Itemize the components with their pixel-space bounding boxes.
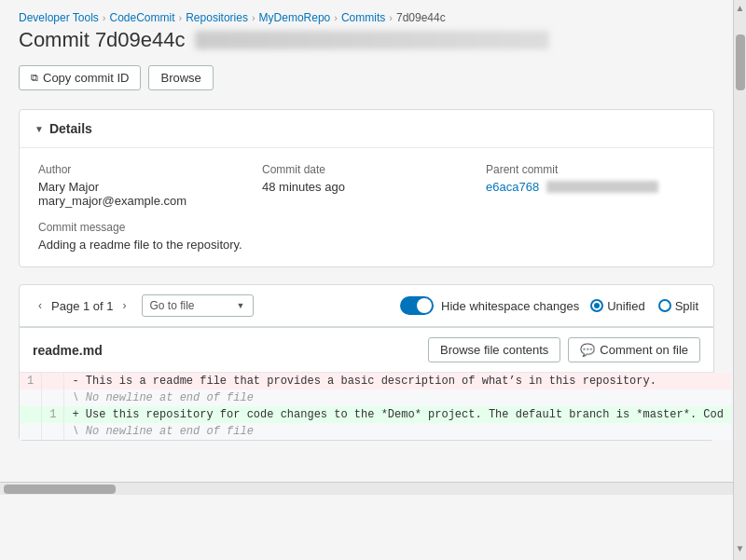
unified-radio[interactable]: Unified [590, 299, 644, 313]
diff-line-num-old [20, 389, 42, 406]
comment-icon: 💬 [580, 343, 595, 357]
details-panel-body: Author Mary Major mary_major@example.com… [20, 148, 713, 266]
browse-label: Browse [160, 71, 200, 85]
commit-message-value: Adding a readme file to the repository. [38, 238, 695, 252]
diff-line-num-new [42, 423, 64, 440]
commit-date-value: 48 minutes ago [262, 180, 471, 194]
breadcrumb-repositories[interactable]: Repositories [186, 11, 248, 24]
author-column: Author Mary Major mary_major@example.com [38, 163, 247, 208]
diff-line: \ No newline at end of file [20, 423, 731, 440]
diff-line: 1- This is a readme file that provides a… [20, 373, 731, 389]
author-name: Mary Major [38, 180, 247, 194]
browse-button[interactable]: Browse [148, 65, 213, 90]
commit-date-column: Commit date 48 minutes ago [262, 163, 471, 208]
file-diff-panel: readme.md Browse file contents 💬 Comment… [19, 327, 714, 441]
toggle-knob [417, 298, 432, 313]
commit-date-label: Commit date [262, 163, 471, 176]
diff-line-num-new: 1 [42, 406, 64, 423]
horizontal-scrollbar[interactable] [0, 482, 746, 495]
parent-commit-redacted [546, 181, 658, 193]
scroll-up-arrow[interactable]: ▲ [734, 0, 746, 16]
copy-commit-label: Copy commit ID [43, 71, 129, 85]
diff-controls: ‹ Page 1 of 1 › Go to file ▼ Hide white [19, 284, 714, 327]
details-panel-header[interactable]: ▼ Details [20, 110, 713, 148]
hide-whitespace-toggle[interactable] [400, 296, 434, 315]
parent-commit-label: Parent commit [486, 163, 695, 176]
scroll-thumb[interactable] [736, 34, 745, 90]
parent-commit-link[interactable]: e6aca768 [486, 180, 539, 194]
breadcrumb-mydemorepo[interactable]: MyDemoRepo [259, 11, 331, 24]
diff-line-content: - This is a readme file that provides a … [64, 373, 731, 389]
diff-line-num-old: 1 [20, 373, 42, 389]
diff-line: \ No newline at end of file [20, 389, 731, 406]
triangle-icon: ▼ [35, 124, 44, 134]
scroll-down-arrow[interactable]: ▼ [734, 540, 746, 556]
page-title-redacted [195, 31, 549, 49]
action-buttons: ⧉ Copy commit ID Browse [19, 65, 714, 90]
breadcrumb-sep-4: › [334, 12, 338, 23]
horizontal-scroll-thumb[interactable] [4, 485, 116, 494]
breadcrumb: Developer Tools › CodeCommit › Repositor… [19, 11, 714, 24]
breadcrumb-sep-2: › [179, 12, 183, 23]
goto-file-label: Go to file [150, 299, 195, 312]
main-content: Developer Tools › CodeCommit › Repositor… [0, 0, 733, 469]
diff-line-num-new [42, 373, 64, 389]
breadcrumb-current: 7d09e44c [396, 11, 446, 24]
comment-on-file-button[interactable]: 💬 Comment on file [568, 337, 700, 362]
split-radio[interactable]: Split [658, 299, 698, 313]
next-page-arrow[interactable]: › [119, 297, 131, 314]
file-actions: Browse file contents 💬 Comment on file [428, 337, 700, 362]
page-title-text: Commit 7d09e44c [19, 28, 186, 52]
author-email: mary_major@example.com [38, 194, 247, 208]
pagination: ‹ Page 1 of 1 › [35, 297, 131, 314]
commit-message-label: Commit message [38, 221, 695, 234]
breadcrumb-commits[interactable]: Commits [341, 11, 385, 24]
details-panel: ▼ Details Author Mary Major mary_major@e… [19, 109, 714, 267]
unified-label: Unified [607, 299, 644, 313]
prev-page-arrow[interactable]: ‹ [35, 297, 46, 314]
diff-line-content: \ No newline at end of file [64, 423, 731, 440]
browse-file-contents-label: Browse file contents [440, 343, 548, 357]
vertical-scrollbar[interactable]: ▲ ▼ [733, 0, 746, 560]
diff-line: 1+ Use this repository for code changes … [20, 406, 731, 423]
hide-whitespace-label: Hide whitespace changes [441, 299, 579, 313]
breadcrumb-sep-1: › [103, 12, 106, 23]
split-label: Split [675, 299, 698, 313]
details-label: Details [49, 121, 92, 136]
page-indicator: Page 1 of 1 [51, 299, 114, 313]
parent-commit-column: Parent commit e6aca768 [486, 163, 695, 208]
page-wrapper: ▲ ▼ Developer Tools › CodeCommit › Repos… [0, 0, 746, 560]
browse-file-contents-button[interactable]: Browse file contents [428, 337, 560, 362]
diff-line-num-old [20, 423, 42, 440]
breadcrumb-developer-tools[interactable]: Developer Tools [19, 11, 99, 24]
parent-commit-row: e6aca768 [486, 180, 695, 194]
copy-commit-id-button[interactable]: ⧉ Copy commit ID [19, 65, 141, 90]
page-title: Commit 7d09e44c [19, 28, 714, 52]
copy-icon: ⧉ [31, 72, 38, 84]
diff-line-num-old [20, 406, 42, 423]
commit-message-section: Commit message Adding a readme file to t… [38, 221, 695, 252]
unified-radio-circle [590, 299, 603, 312]
breadcrumb-sep-3: › [252, 12, 256, 23]
diff-controls-wrapper: ‹ Page 1 of 1 › Go to file ▼ Hide white [19, 284, 714, 441]
file-name: readme.md [33, 343, 103, 358]
file-panel-header: readme.md Browse file contents 💬 Comment… [20, 328, 713, 373]
goto-file-chevron: ▼ [237, 301, 245, 310]
hide-whitespace-toggle-row: Hide whitespace changes [400, 296, 579, 315]
breadcrumb-codecommit[interactable]: CodeCommit [110, 11, 175, 24]
goto-file-dropdown[interactable]: Go to file ▼ [142, 294, 254, 317]
details-grid: Author Mary Major mary_major@example.com… [38, 163, 695, 208]
author-label: Author [38, 163, 247, 176]
breadcrumb-sep-5: › [389, 12, 393, 23]
diff-line-content: + Use this repository for code changes t… [64, 406, 731, 423]
diff-line-content: \ No newline at end of file [64, 389, 731, 406]
comment-on-file-label: Comment on file [600, 343, 688, 357]
diff-table: 1- This is a readme file that provides a… [20, 373, 731, 440]
split-radio-circle [658, 299, 671, 312]
diff-line-num-new [42, 389, 64, 406]
view-mode-radio-group: Unified Split [590, 299, 698, 313]
